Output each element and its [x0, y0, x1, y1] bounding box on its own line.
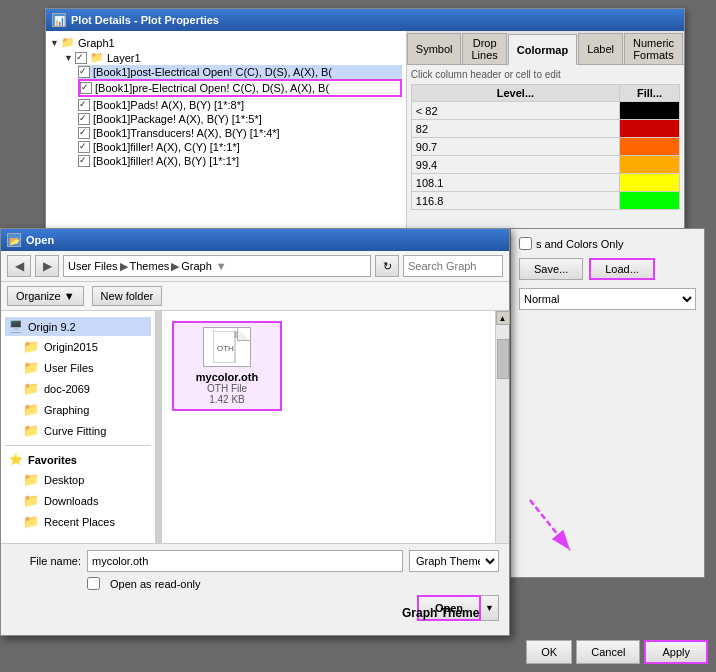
open-dropdown-button[interactable]: ▼: [481, 595, 499, 621]
nav-tree-item-doc2069[interactable]: 📁 doc-2069: [5, 378, 151, 399]
nav-tree-item-userfiles[interactable]: 📁 User Files: [5, 357, 151, 378]
back-button[interactable]: ◀: [7, 255, 31, 277]
checkbox-row7[interactable]: [78, 155, 90, 167]
tree-label-graph1: Graph1: [78, 37, 115, 49]
star-icon: ⭐: [9, 453, 23, 466]
tree-item-row4[interactable]: [Book1]Package! A(X), B(Y) [1*:5*]: [78, 112, 402, 126]
colormap-row-4[interactable]: 108.1: [411, 174, 679, 192]
bottom-buttons: OK Cancel Apply: [526, 640, 708, 664]
mode-select[interactable]: Normal Overlay Multiply: [519, 288, 696, 310]
scrollbar-vertical: ▲: [495, 311, 509, 571]
colormap-row-0[interactable]: < 82: [411, 102, 679, 120]
cancel-button[interactable]: Cancel: [576, 640, 640, 664]
nav-tree-item-favorites: ⭐ Favorites: [5, 450, 151, 469]
file-item-mycolor[interactable]: OTH mycolor.oth OTH File 1.42 KB: [172, 321, 282, 411]
search-input[interactable]: [403, 255, 503, 277]
nav-tree-item-downloads[interactable]: 📁 Downloads: [5, 490, 151, 511]
tree-item-layer1[interactable]: ▼ 📁 Layer1: [64, 50, 402, 65]
dropdown-row: Normal Overlay Multiply: [519, 288, 696, 310]
colormap-row-1[interactable]: 82: [411, 120, 679, 138]
ok-button[interactable]: OK: [526, 640, 572, 664]
tree-item-graph1[interactable]: ▼ 📁 Graph1: [50, 35, 402, 50]
action-bar: Organize ▼ New folder: [1, 282, 509, 311]
nav-tree-item-origin92[interactable]: 🖥️ Origin 9.2: [5, 317, 151, 336]
computer-icon: 🖥️: [9, 320, 23, 333]
tab-colormap[interactable]: Colormap: [508, 34, 577, 65]
nav-tree-item-graphing[interactable]: 📁 Graphing: [5, 399, 151, 420]
tree-item-row2[interactable]: [Book1]pre-Electrical Open! C(C), D(S), …: [80, 81, 400, 95]
tab-numericformats[interactable]: Numeric Formats: [624, 33, 683, 64]
refresh-button[interactable]: ↻: [375, 255, 399, 277]
checkbox-row1[interactable]: [78, 66, 90, 78]
forward-button[interactable]: ▶: [35, 255, 59, 277]
tree-arrow: ▼: [50, 38, 59, 48]
scrollbar-up-arrow[interactable]: ▲: [496, 311, 510, 325]
folder-icon-userfiles: 📁: [23, 360, 39, 375]
apply-button[interactable]: Apply: [644, 640, 708, 664]
scrollbar-thumb[interactable]: [497, 339, 509, 379]
file-type-mycolor: OTH File: [207, 383, 247, 394]
load-button-label: Load...: [605, 263, 639, 275]
colormap-row-5[interactable]: 116.8: [411, 192, 679, 210]
nav-tree-item-desktop[interactable]: 📁 Desktop: [5, 469, 151, 490]
col-fill[interactable]: Fill...: [620, 85, 680, 102]
nav-label-origin92: Origin 9.2: [28, 321, 76, 333]
tabs-row: Symbol Drop Lines Colormap Label Numeric…: [407, 31, 684, 65]
tree-item-row3[interactable]: [Book1]Pads! A(X), B(Y) [1*:8*]: [78, 98, 402, 112]
folder-icon-desktop: 📁: [23, 472, 39, 487]
tab-droplines[interactable]: Drop Lines: [462, 33, 506, 64]
nav-label-downloads: Downloads: [44, 495, 98, 507]
breadcrumb-graph: Graph: [181, 260, 212, 272]
breadcrumb-dropdown[interactable]: ▼: [216, 260, 227, 272]
breadcrumb-themes: Themes: [130, 260, 170, 272]
file-svg: OTH: [213, 331, 241, 363]
tab-label[interactable]: Label: [578, 33, 623, 64]
col-level[interactable]: Level...: [411, 85, 619, 102]
pink-outline-row: [Book1]pre-Electrical Open! C(C), D(S), …: [78, 79, 402, 97]
tab-symbol[interactable]: Symbol: [407, 33, 462, 64]
checkbox-layer1[interactable]: [75, 52, 87, 64]
folder-icon-doc2069: 📁: [23, 381, 39, 396]
dialog-toolbar: ◀ ▶ User Files ▶ Themes ▶ Graph ▼ ↻: [1, 251, 509, 282]
tree-item-row5[interactable]: [Book1]Transducers! A(X), B(Y) [1*:4*]: [78, 126, 402, 140]
filename-input[interactable]: [87, 550, 403, 572]
folder-icon-layer1: 📁: [90, 51, 104, 64]
save-button[interactable]: Save...: [519, 258, 583, 280]
colormap-row-2[interactable]: 90.7: [411, 138, 679, 156]
breadcrumb-userfiles: User Files: [68, 260, 118, 272]
nav-tree-item-recentplaces[interactable]: 📁 Recent Places: [5, 511, 151, 532]
folder-icon-curvefitting: 📁: [23, 423, 39, 438]
file-area: OTH mycolor.oth OTH File 1.42 KB: [162, 311, 495, 571]
organize-button[interactable]: Organize ▼: [7, 286, 84, 306]
breadcrumb-bar[interactable]: User Files ▶ Themes ▶ Graph ▼: [63, 255, 371, 277]
nav-tree-item-origin2015[interactable]: 📁 Origin2015: [5, 336, 151, 357]
checkbox-row5[interactable]: [78, 127, 90, 139]
checkbox-row2[interactable]: [80, 82, 92, 94]
checkbox-row6[interactable]: [78, 141, 90, 153]
checkbox-row4[interactable]: [78, 113, 90, 125]
load-button[interactable]: Load...: [589, 258, 655, 280]
ok-button-label: OK: [541, 646, 557, 658]
colors-only-label: s and Colors Only: [536, 238, 623, 250]
tree-item-row7[interactable]: [Book1]filler! A(X), B(Y) [1*:1*]: [78, 154, 402, 168]
file-size-mycolor: 1.42 KB: [209, 394, 245, 405]
colormap-row-3[interactable]: 99.4: [411, 156, 679, 174]
tree-item-row6[interactable]: [Book1]filler! A(X), C(Y) [1*:1*]: [78, 140, 402, 154]
breadcrumb-sep1: ▶: [120, 260, 128, 273]
tree-item-row1[interactable]: [Book1]post-Electrical Open! C(C), D(S),…: [78, 65, 402, 79]
new-folder-button[interactable]: New folder: [92, 286, 163, 306]
plot-details-title: Plot Details - Plot Properties: [71, 14, 219, 26]
colors-only-checkbox[interactable]: [519, 237, 532, 250]
cancel-button-label: Cancel: [591, 646, 625, 658]
filetype-select[interactable]: Graph Theme Fil: [409, 550, 499, 572]
save-button-label: Save...: [534, 263, 568, 275]
readonly-checkbox[interactable]: [87, 577, 100, 590]
open-dialog: 📂 Open ◀ ▶ User Files ▶ Themes ▶ Graph ▼…: [0, 228, 510, 636]
folder-icon: 📁: [61, 36, 75, 49]
nav-tree-item-curvefitting[interactable]: 📁 Curve Fitting: [5, 420, 151, 441]
svg-text:OTH: OTH: [217, 344, 234, 353]
dialog-main-wrapper: 🖥️ Origin 9.2 📁 Origin2015 📁 User Files …: [1, 311, 509, 571]
checkbox-row3[interactable]: [78, 99, 90, 111]
tree-label-row5: [Book1]Transducers! A(X), B(Y) [1*:4*]: [93, 127, 280, 139]
nav-divider: [5, 445, 151, 446]
